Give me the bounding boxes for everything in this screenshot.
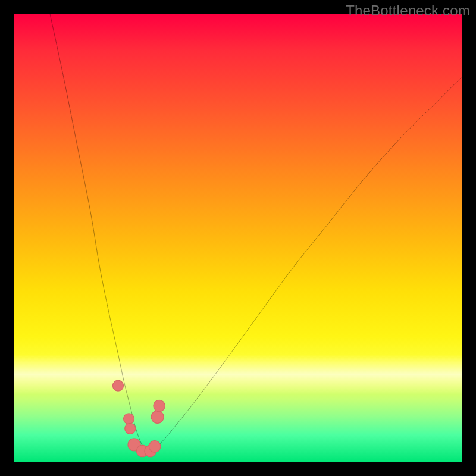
data-marker	[151, 411, 164, 423]
data-markers	[112, 380, 165, 457]
data-marker	[112, 380, 123, 391]
plot-area	[14, 14, 462, 462]
watermark-text: TheBottleneck.com	[346, 2, 470, 19]
data-marker	[123, 414, 134, 424]
chart-frame: TheBottleneck.com	[0, 0, 476, 476]
data-marker	[125, 423, 136, 434]
data-marker	[149, 441, 161, 453]
data-marker	[154, 400, 165, 412]
curve-layer	[14, 14, 462, 462]
bottleneck-curve	[50, 14, 462, 453]
